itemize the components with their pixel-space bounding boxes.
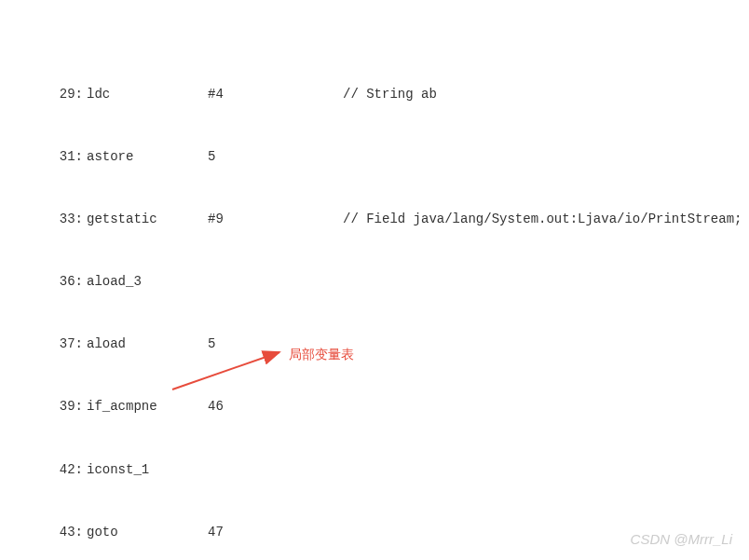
opcode: ldc xyxy=(87,84,208,104)
offset: 43: xyxy=(42,522,87,542)
comment: // String ab xyxy=(343,84,437,104)
opcode: if_acmpne xyxy=(87,396,208,417)
offset: 33: xyxy=(42,209,87,229)
offset: 37: xyxy=(42,334,87,354)
offset: 36: xyxy=(42,271,87,292)
bytecode-section: 29: ldc#4// String ab 31: astore5 33: ge… xyxy=(42,42,749,560)
bytecode-row: 33: getstatic#9// Field java/lang/System… xyxy=(42,209,749,229)
bytecode-row: 37: aload5 xyxy=(42,334,749,354)
opcode: iconst_1 xyxy=(87,459,208,480)
bytecode-row: 42: iconst_1 xyxy=(42,459,749,480)
opcode: aload xyxy=(87,334,208,354)
offset: 42: xyxy=(42,459,87,480)
comment: // Field java/lang/System.out:Ljava/io/P… xyxy=(343,209,742,229)
operand: 5 xyxy=(208,146,343,167)
bytecode-row: 36: aload_3 xyxy=(42,271,749,292)
annotation-label: 局部变量表 xyxy=(289,344,354,364)
operand: #4 xyxy=(208,84,343,104)
operand xyxy=(208,459,343,480)
watermark: CSDN @Mrrr_Li xyxy=(631,528,732,551)
operand xyxy=(208,271,343,292)
operand: 47 xyxy=(208,522,343,542)
opcode: astore xyxy=(87,146,208,167)
bytecode-row: 31: astore5 xyxy=(42,146,749,167)
bytecode-row: 39: if_acmpne46 xyxy=(42,396,749,417)
offset: 29: xyxy=(42,84,87,104)
offset: 39: xyxy=(42,396,87,417)
operand: 46 xyxy=(208,396,343,417)
bytecode-row: 29: ldc#4// String ab xyxy=(42,84,749,104)
opcode: getstatic xyxy=(87,209,208,229)
opcode: goto xyxy=(87,522,208,542)
opcode: aload_3 xyxy=(87,271,208,292)
operand: #9 xyxy=(208,209,343,229)
offset: 31: xyxy=(42,146,87,167)
code-block: 29: ldc#4// String ab 31: astore5 33: ge… xyxy=(0,0,749,560)
